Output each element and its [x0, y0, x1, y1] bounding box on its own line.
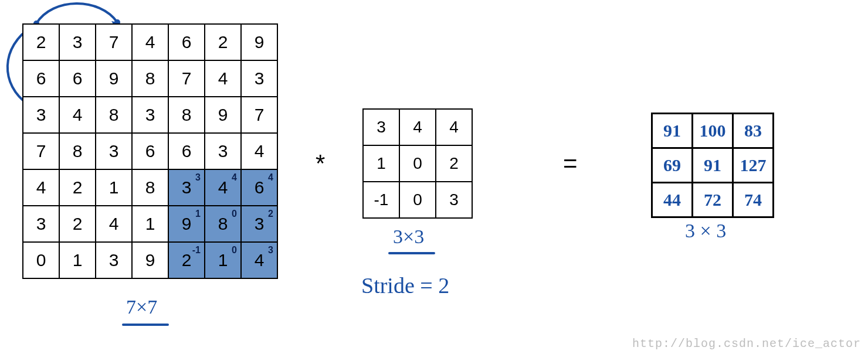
input-cell: 3	[59, 24, 96, 60]
kernel-superscript: 1	[195, 209, 201, 219]
kernel-superscript: 3	[195, 172, 201, 183]
input-cell: 33	[168, 169, 205, 206]
input-cell: 2	[59, 169, 96, 206]
kernel-superscript: 2	[268, 209, 273, 219]
input-cell: 7	[23, 133, 59, 169]
input-cell: 7	[241, 97, 277, 133]
input-cell: 4	[205, 60, 241, 97]
input-cell: 1	[59, 242, 96, 278]
kernel-superscript: 3	[268, 245, 273, 256]
filter-cell: 2	[436, 145, 472, 182]
input-cell: 4	[23, 169, 59, 206]
input-cell: 10	[205, 242, 241, 278]
input-cell: 0	[23, 242, 59, 278]
input-cell: 7	[168, 60, 205, 97]
input-cell: 2	[59, 206, 96, 242]
input-cell: 1	[96, 169, 132, 206]
filter-matrix: 344102-103	[362, 108, 473, 219]
input-size-underline	[122, 324, 169, 326]
output-cell: 91	[652, 114, 693, 148]
kernel-superscript: 0	[232, 245, 237, 256]
stride-label: Stride = 2	[361, 273, 449, 298]
output-size-label: 3 × 3	[685, 220, 726, 242]
input-cell: 32	[241, 206, 277, 242]
output-cell: 83	[733, 114, 774, 148]
input-cell: 2	[23, 24, 59, 60]
input-cell: 4	[96, 206, 132, 242]
output-matrix: 91100836991127447274	[651, 113, 774, 218]
kernel-superscript: 0	[232, 209, 237, 219]
output-cell: 74	[733, 183, 774, 217]
input-cell: 6	[168, 24, 205, 60]
kernel-superscript: 4	[232, 172, 237, 183]
input-matrix: 2374629669874334838977836634421833446432…	[22, 23, 278, 279]
input-cell: 6	[132, 133, 168, 169]
input-cell: 91	[168, 206, 205, 242]
watermark-text: http://blog.csdn.net/ice_actor	[632, 337, 861, 350]
output-cell: 69	[652, 148, 693, 183]
input-cell: 2-1	[168, 242, 205, 278]
input-cell: 3	[241, 60, 277, 97]
input-size-label: 7×7	[126, 296, 157, 318]
input-cell: 8	[59, 133, 96, 169]
filter-cell: 3	[363, 109, 399, 145]
input-cell: 8	[96, 97, 132, 133]
input-cell: 9	[132, 242, 168, 278]
input-cell: 7	[96, 24, 132, 60]
filter-cell: 4	[436, 109, 472, 145]
kernel-superscript: 4	[268, 172, 273, 183]
output-cell: 91	[693, 148, 733, 183]
input-cell: 8	[132, 60, 168, 97]
input-cell: 4	[59, 97, 96, 133]
output-cell: 100	[693, 114, 733, 148]
input-cell: 4	[241, 133, 277, 169]
input-cell: 2	[205, 24, 241, 60]
input-cell: 6	[23, 60, 59, 97]
filter-cell: 0	[399, 145, 436, 182]
input-cell: 3	[96, 242, 132, 278]
filter-cell: 3	[436, 182, 472, 218]
equals-operator: =	[563, 149, 578, 178]
output-cell: 72	[693, 183, 733, 217]
filter-cell: -1	[363, 182, 399, 218]
input-cell: 1	[132, 206, 168, 242]
input-cell: 3	[205, 133, 241, 169]
input-cell: 64	[241, 169, 277, 206]
input-cell: 3	[96, 133, 132, 169]
filter-cell: 0	[399, 182, 436, 218]
input-cell: 6	[168, 133, 205, 169]
filter-size-underline	[388, 252, 435, 254]
input-cell: 9	[241, 24, 277, 60]
input-cell: 44	[205, 169, 241, 206]
input-cell: 9	[96, 60, 132, 97]
input-cell: 3	[23, 206, 59, 242]
filter-cell: 4	[399, 109, 436, 145]
input-cell: 6	[59, 60, 96, 97]
convolution-operator: *	[316, 149, 325, 178]
filter-cell: 1	[363, 145, 399, 182]
input-cell: 80	[205, 206, 241, 242]
input-cell: 3	[23, 97, 59, 133]
input-cell: 43	[241, 242, 277, 278]
input-cell: 8	[132, 169, 168, 206]
input-cell: 3	[132, 97, 168, 133]
input-cell: 4	[132, 24, 168, 60]
kernel-superscript: -1	[192, 245, 201, 256]
output-cell: 127	[733, 148, 774, 183]
filter-size-label: 3×3	[393, 226, 424, 248]
output-cell: 44	[652, 183, 693, 217]
input-cell: 9	[205, 97, 241, 133]
input-cell: 8	[168, 97, 205, 133]
